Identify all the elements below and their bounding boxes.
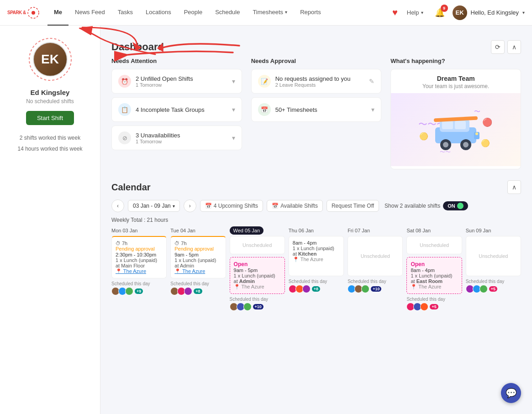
svg-rect-14 — [455, 121, 466, 129]
cal-col-mon: Mon 03 Jan ⏱ 7h Pending approval 2:30pm … — [111, 228, 167, 311]
notifications-button[interactable]: 🔔 9 — [432, 5, 447, 20]
unfilled-chevron: ▾ — [232, 78, 235, 85]
incomplete-tasks-title: 4 Incomplete Task Groups — [136, 106, 205, 113]
nav-item-schedule[interactable]: Schedule — [209, 0, 246, 26]
cal-col-sun: Sun 09 Jan Unscheduled Scheduled this da… — [466, 228, 521, 311]
tasks-chevron: ▾ — [232, 106, 235, 113]
svg-text:🟡: 🟡 — [481, 139, 490, 147]
cal-prev-button[interactable]: ‹ — [111, 199, 124, 212]
main-content: Dashboard ⟳ ∧ Needs Attention ⏰ 2 Unfill… — [100, 26, 532, 414]
available-shifts-icon: 📅 — [272, 203, 279, 209]
sidebar: EK Ed Kingsley No scheduled shifts Start… — [0, 26, 100, 414]
toggle-circle — [457, 203, 464, 209]
unfilled-shifts-card[interactable]: ⏰ 2 Unfilled Open Shifts 1 Tomorrow ▾ — [111, 69, 242, 94]
collapse-dashboard-button[interactable]: ∧ — [507, 40, 521, 54]
open-label-sat: Open — [411, 261, 458, 267]
nav-item-news-feed[interactable]: News Feed — [68, 0, 111, 26]
notification-badge: 9 — [441, 5, 448, 12]
shift-card-mon[interactable]: ⏱ 7h Pending approval 2:30pm - 10:30pm 1… — [111, 236, 167, 278]
cal-day-header-sun: Sun 09 Jan — [466, 228, 521, 233]
svg-point-21 — [475, 132, 478, 135]
unavailabilities-subtitle: 1 Tomorrow — [136, 139, 180, 144]
no-requests-subtitle: 2 Leave Requests — [275, 82, 351, 88]
clock-icon-mon: ⏱ — [116, 241, 121, 246]
pending-status-mon: Pending approval — [116, 246, 163, 252]
nav-item-people[interactable]: People — [178, 0, 209, 26]
incomplete-tasks-card[interactable]: 📋 4 Incomplete Task Groups ▾ — [111, 97, 242, 122]
unscheduled-sat[interactable]: Unscheduled — [406, 236, 462, 254]
timesheets-title: 50+ Timesheets — [275, 106, 317, 113]
open-shift-sat[interactable]: Open 8am - 4pm 1 x Lunch (unpaid) at Eas… — [406, 257, 462, 294]
scheduled-wed: Scheduled this day +10 — [230, 297, 285, 311]
nav-item-tasks[interactable]: Tasks — [111, 0, 139, 26]
toggle-switch[interactable]: ON — [443, 201, 468, 210]
dashboard-title: Dashboard — [111, 41, 164, 53]
upcoming-shifts-button[interactable]: 📅 4 Upcoming Shifts — [200, 200, 263, 212]
unavailabilities-title: 3 Unavailabilities — [136, 132, 180, 139]
sidebar-user-status: No scheduled shifts — [26, 98, 74, 105]
calendar-small-icon: 📅 — [205, 203, 212, 209]
avatar-container: EK — [27, 37, 73, 82]
nav-item-locations[interactable]: Locations — [139, 0, 178, 26]
user-menu[interactable]: EK Hello, Ed Kingsley ▾ — [453, 5, 525, 20]
weekly-total: Weekly Total : 21 hours — [111, 217, 521, 223]
whats-happening-card: Dream Team Your team is just awesome. 〜〜… — [390, 69, 521, 169]
svg-rect-13 — [442, 121, 453, 129]
shift-card-tue[interactable]: ⏱ 7h Pending approval 9am - 5pm 1 x Lunc… — [170, 236, 226, 278]
collapse-calendar-button[interactable]: ∧ — [507, 180, 521, 194]
timesheets-card[interactable]: 📅 50+ Timesheets ▾ — [251, 97, 382, 122]
cal-col-sat: Sat 08 Jan Unscheduled Open 8am - 4pm 1 … — [406, 228, 462, 311]
no-requests-card[interactable]: 📝 No requests assigned to you 2 Leave Re… — [251, 69, 382, 94]
logo-text: SPARK & — [7, 10, 26, 15]
svg-text:〜: 〜 — [474, 108, 480, 115]
calendar-grid: Mon 03 Jan ⏱ 7h Pending approval 2:30pm … — [111, 228, 521, 311]
calendar-section: Calendar ∧ ‹ 03 Jan - 09 Jan ▾ › 📅 4 Upc… — [111, 180, 521, 311]
heart-icon[interactable]: ♥ — [392, 7, 398, 18]
task-icon: 📋 — [118, 103, 131, 116]
logo[interactable]: SPARK & — [7, 6, 44, 19]
date-range-button[interactable]: 03 Jan - 09 Jan ▾ — [128, 200, 180, 212]
nav-right: ♥ Help ▾ 🔔 9 EK Hello, Ed Kingsley ▾ — [392, 5, 525, 20]
chat-fab[interactable]: 💬 — [501, 383, 521, 403]
svg-text:🔴: 🔴 — [482, 117, 493, 127]
whats-happening-panel: What's happening? Dream Team Your team i… — [390, 58, 521, 169]
cal-col-tue: Tue 04 Jan ⏱ 7h Pending approval 9am - 5… — [170, 228, 226, 311]
user-chevron: ▾ — [522, 10, 525, 15]
clock-icon-tue: ⏱ — [174, 241, 179, 246]
cal-col-wed: Wed 05 Jan Unscheduled Open 9am - 5pm 1 … — [230, 228, 285, 311]
unscheduled-fri[interactable]: Unscheduled — [348, 236, 403, 276]
unavailabilities-card[interactable]: ⊘ 3 Unavailabilities 1 Tomorrow ▾ — [111, 126, 242, 150]
refresh-button[interactable]: ⟳ — [491, 40, 505, 54]
nav-item-reports[interactable]: Reports — [294, 0, 327, 26]
cal-day-header-thu: Thu 06 Jan — [289, 228, 344, 233]
cal-day-header-sat: Sat 08 Jan — [406, 228, 462, 233]
nav-bar: Me News Feed Tasks Locations People Sche… — [47, 0, 327, 26]
open-shift-wed[interactable]: Open 9am - 5pm 1 x Lunch (unpaid) at Adm… — [230, 257, 285, 294]
show-available-toggle: Show 2 available shifts ON — [385, 201, 468, 210]
sidebar-stats: 2 shifts worked this week 14 hours worke… — [17, 132, 82, 154]
scheduled-mon: Scheduled this day +9 — [111, 281, 167, 295]
svg-point-18 — [463, 142, 469, 147]
sidebar-avatar: EK — [33, 42, 68, 77]
start-shift-button[interactable]: Start Shift — [26, 111, 74, 125]
cal-day-header-fri: Fri 07 Jan — [348, 228, 403, 233]
dream-team-title: Dream Team — [398, 75, 513, 82]
request-time-off-button[interactable]: Request Time Off — [327, 200, 379, 212]
help-chevron: ▾ — [421, 10, 423, 15]
clock-icon: ⏰ — [118, 75, 131, 88]
car-illustration: 〜〜〜 🟡 〜 🔴 🟡 〜〜 — [415, 100, 497, 159]
unscheduled-sun[interactable]: Unscheduled — [466, 236, 521, 276]
user-greeting: Hello, Ed Kingsley — [471, 9, 519, 16]
nav-item-me[interactable]: Me — [47, 0, 68, 26]
shift-card-thu[interactable]: 8am - 4pm 1 x Lunch (unpaid) at Kitchen … — [289, 236, 344, 276]
cal-next-button[interactable]: › — [184, 199, 196, 212]
sidebar-user-name: Ed Kingsley — [31, 89, 70, 96]
help-button[interactable]: Help ▾ — [403, 7, 427, 18]
unscheduled-wed[interactable]: Unscheduled — [230, 236, 285, 254]
unavail-icon: ⊘ — [118, 131, 131, 144]
available-shifts-button[interactable]: 📅 Available Shifts — [267, 200, 323, 212]
nav-item-timesheets[interactable]: Timesheets ▾ — [246, 0, 294, 26]
scheduled-fri: Scheduled this day +10 — [348, 279, 403, 293]
timesheets-chevron: ▾ — [371, 106, 374, 113]
pending-status-tue: Pending approval — [174, 246, 221, 252]
